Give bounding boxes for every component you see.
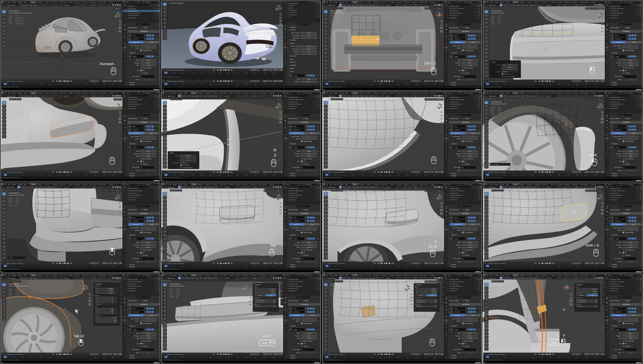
svg-text:Global: Global — [419, 295, 422, 296]
svg-text:4 / 55: 4 / 55 — [498, 19, 501, 21]
svg-text:0.00: 0.00 — [434, 299, 437, 301]
svg-text:3.9551 m: 3.9551 m — [593, 290, 597, 292]
svg-text:Triangles: Triangles — [9, 296, 13, 297]
svg-text:End: End — [274, 69, 276, 71]
svg-text:5 / 553: 5 / 553 — [498, 199, 501, 201]
svg-text:G x6: G x6 — [589, 153, 597, 157]
svg-text:Vertices: Vertices — [491, 108, 495, 110]
svg-text:(1) Scene Collection | front b: (1) Scene Collection | front bumper deta… — [9, 12, 32, 14]
svg-text:Local: Local — [591, 295, 594, 296]
svg-text:56: 56 — [337, 23, 338, 24]
svg-text:∨ Transform: ∨ Transform — [254, 284, 261, 285]
svg-text:Z: Z — [179, 160, 180, 161]
svg-text:Faces: Faces — [330, 21, 333, 23]
svg-text:(1) Scene Collection | Plane.0: (1) Scene Collection | Plane.002 — [9, 103, 26, 105]
svg-text:Simple: Simple — [307, 78, 311, 80]
svg-text:Location:: Location: — [95, 286, 99, 287]
svg-text:4096: 4096 — [308, 49, 310, 50]
svg-text:5 / 553: 5 / 553 — [337, 290, 340, 292]
svg-text:5 / 45: 5 / 45 — [498, 15, 501, 17]
svg-text:0.00: 0.00 — [273, 299, 276, 301]
svg-text:⌕ Search: ⌕ Search — [294, 1, 298, 3]
svg-text:◍: ◍ — [316, 5, 317, 6]
svg-text:0.15485 m: 0.15485 m — [270, 292, 276, 294]
svg-text:0.15485 m: 0.15485 m — [592, 292, 597, 294]
svg-text:◳ Select ◳ Rotate View: ◳ Select ◳ Rotate View ◳ Options — [163, 76, 180, 78]
svg-text:Vertices Data:: Vertices Data: — [254, 297, 261, 299]
svg-text:-2.137 m: -2.137 m — [109, 290, 113, 291]
svg-text:542: 542 — [337, 296, 339, 297]
svg-text:(1) Main chassis | Plane.001: (1) Main chassis | Plane.001 — [330, 286, 346, 287]
svg-text:Y: Y — [96, 290, 97, 291]
svg-text:142,528 / 1,226,633: 142,528 / 1,226,633 — [15, 292, 25, 293]
svg-text:Y: Y — [96, 299, 97, 300]
svg-text:♅: ♅ — [285, 39, 286, 41]
svg-text:Objects: Objects — [9, 106, 12, 108]
svg-text:Faces: Faces — [491, 112, 494, 113]
svg-text:User Perspective: User Perspective — [9, 192, 19, 194]
svg-text:GASSIT: GASSIT — [268, 46, 273, 47]
svg-text:0 / 295: 0 / 295 — [176, 203, 180, 204]
svg-text:0.00: 0.00 — [595, 301, 597, 303]
svg-text:User Perspective: User Perspective — [9, 10, 19, 12]
svg-text:0.000669 m: 0.000669 m — [108, 288, 114, 289]
svg-text:Triangles: Triangles — [491, 114, 496, 115]
svg-text:G x2: G x2 — [263, 334, 271, 338]
svg-text:0 / 271: 0 / 271 — [337, 112, 340, 113]
svg-text:Faces: Faces — [491, 21, 494, 23]
svg-text:Faces: Faces — [330, 112, 333, 113]
svg-text:Ctrl + Z: Ctrl + Z — [424, 61, 436, 65]
svg-text:Z: Z — [274, 153, 276, 157]
svg-text:◍: ◍ — [316, 10, 317, 11]
svg-text:(1) Scene Collection | Main ch: (1) Scene Collection | Main chassis — [9, 286, 28, 287]
svg-text:Triangles: Triangles — [491, 205, 496, 207]
svg-text:5.89 m: 5.89 m — [113, 319, 117, 321]
svg-text:↖: ↖ — [314, 12, 315, 13]
svg-text:5 / 553: 5 / 553 — [337, 108, 340, 110]
svg-text:◍: ◍ — [316, 12, 317, 13]
svg-text:User Perspective: User Perspective — [491, 10, 502, 12]
svg-text:Solidify: Solidify — [294, 75, 298, 76]
svg-text:› Curves: › Curves — [289, 71, 294, 72]
svg-text:526: 526 — [176, 205, 178, 207]
svg-text:Move X: Move X — [497, 64, 501, 65]
svg-text:Noise Threshold: Noise Threshold — [291, 32, 300, 34]
svg-text:Min Samples: Min Samples — [293, 51, 300, 52]
svg-text:542: 542 — [337, 114, 339, 115]
svg-text:0.084841 m: 0.084841 m — [185, 155, 191, 156]
svg-text:Y: Y — [416, 290, 417, 292]
svg-text:45: 45 — [498, 23, 499, 24]
svg-text:▣: ▣ — [318, 14, 319, 15]
svg-text:↖: ↖ — [314, 14, 315, 15]
svg-text:∨ Transform: ∨ Transform — [95, 283, 101, 285]
svg-text:Y: Y — [96, 310, 97, 312]
svg-text:Local: Local — [269, 295, 272, 296]
svg-text:◎: ◎ — [285, 60, 286, 62]
svg-text:door.001: door.001 — [288, 7, 293, 9]
svg-text:Y: Y — [577, 290, 578, 292]
svg-text:User Perspective: User Perspective — [9, 283, 19, 285]
svg-text:Vertices: Vertices — [330, 290, 334, 292]
svg-text:Objects: Objects — [9, 288, 12, 290]
svg-text:Objects: Objects — [491, 106, 495, 108]
svg-text:0 s: 0 s — [308, 54, 310, 55]
svg-text:0.01 m: 0.01 m — [307, 81, 311, 82]
svg-text:1.000: 1.000 — [111, 313, 114, 314]
svg-text:◔ ∨: ◔ ∨ — [163, 69, 164, 71]
svg-text:User Perspective: User Perspective — [330, 283, 341, 285]
svg-text:40: 40 — [183, 72, 184, 74]
svg-text:0.44958 m: 0.44958 m — [592, 288, 597, 290]
svg-text:Faces: Faces — [169, 203, 172, 204]
svg-text:Edges: Edges — [491, 110, 494, 112]
svg-text:ref: ref — [288, 16, 290, 17]
svg-text:0°: 0° — [112, 299, 113, 300]
svg-text:1: 1 — [435, 239, 437, 243]
svg-text:5 / 553: 5 / 553 — [15, 199, 19, 201]
svg-text:Mirror Editing: Mirror Editing — [504, 73, 511, 75]
svg-text:542: 542 — [498, 205, 500, 207]
svg-text:Rotation:: Rotation: — [95, 295, 99, 296]
svg-text:Item: Item — [121, 286, 123, 288]
svg-text:› Lights: › Lights — [289, 59, 294, 60]
svg-text:0 / 1637: 0 / 1637 — [176, 201, 180, 203]
svg-text:Faces: Faces — [9, 294, 12, 296]
